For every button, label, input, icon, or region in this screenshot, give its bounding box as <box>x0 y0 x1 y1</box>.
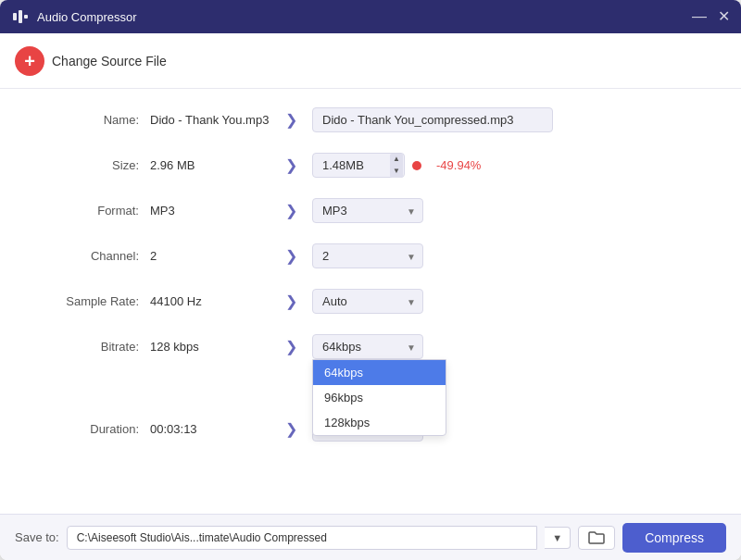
bitrate-arrow-icon: ❯ <box>285 338 297 355</box>
bitrate-option-128kbps[interactable]: 128kbps <box>313 410 446 435</box>
svg-rect-0 <box>13 13 17 20</box>
sample-rate-select[interactable]: Auto <box>312 289 423 314</box>
window-controls: — ✕ <box>692 9 730 24</box>
size-output-container: ▲ ▼ -49.94% <box>312 153 481 178</box>
bitrate-input[interactable] <box>312 334 423 359</box>
size-down-button[interactable]: ▼ <box>390 166 403 178</box>
bitrate-source-value: 128 kbps <box>150 340 270 354</box>
format-select[interactable]: MP3 <box>312 198 423 223</box>
main-content: Name: Dido - Thank You.mp3 ❯ Size: 2.96 … <box>0 89 741 514</box>
size-source-value: 2.96 MB <box>150 158 270 172</box>
channel-label: Channel: <box>37 249 139 263</box>
change-source-label: Change Source File <box>52 54 167 68</box>
name-arrow-icon: ❯ <box>285 111 297 129</box>
svg-rect-1 <box>19 10 22 23</box>
bitrate-label: Bitrate: <box>37 340 139 354</box>
name-label: Name: <box>37 113 139 127</box>
format-arrow-icon: ❯ <box>285 202 297 219</box>
size-up-button[interactable]: ▲ <box>390 154 403 166</box>
footer: Save to: ▼ Compress <box>0 514 741 560</box>
format-label: Format: <box>37 204 139 218</box>
size-input-wrap: ▲ ▼ <box>312 153 405 178</box>
format-source-value: MP3 <box>150 204 270 218</box>
bitrate-dropdown-container: ▼ 64kbps 96kbps 128kbps <box>312 334 423 359</box>
bitrate-option-96kbps[interactable]: 96kbps <box>313 385 446 410</box>
close-button[interactable]: ✕ <box>718 9 730 24</box>
size-spinner: ▲ ▼ <box>390 154 403 178</box>
bitrate-dropdown-menu: 64kbps 96kbps 128kbps <box>312 359 446 436</box>
size-label: Size: <box>37 158 139 172</box>
format-row: Format: MP3 ❯ MP3 ▼ <box>37 198 704 223</box>
bitrate-row: Bitrate: 128 kbps ❯ ▼ 64kbps 96kbps 128k… <box>37 334 704 359</box>
folder-browse-button[interactable] <box>578 526 615 550</box>
save-to-label: Save to: <box>15 530 59 544</box>
sample-rate-select-wrap: Auto ▼ <box>312 289 423 314</box>
main-window: Audio Compressor — ✕ + Change Source Fil… <box>0 0 741 560</box>
duration-arrow-icon: ❯ <box>285 420 297 438</box>
channel-source-value: 2 <box>150 249 270 263</box>
save-path-dropdown-button[interactable]: ▼ <box>545 527 571 549</box>
channel-row: Channel: 2 ❯ 2 ▼ <box>37 243 704 268</box>
bitrate-option-64kbps[interactable]: 64kbps <box>313 360 446 385</box>
channel-select-wrap: 2 ▼ <box>312 243 423 268</box>
plus-circle-icon: + <box>15 46 44 76</box>
size-row: Size: 2.96 MB ❯ ▲ ▼ -49.94% <box>37 153 704 178</box>
name-output-input[interactable] <box>312 107 553 132</box>
change-source-button[interactable]: + Change Source File <box>15 46 167 76</box>
folder-icon <box>588 531 605 544</box>
size-arrow-icon: ❯ <box>285 156 297 174</box>
minimize-button[interactable]: — <box>692 9 707 24</box>
sample-rate-row: Sample Rate: 44100 Hz ❯ Auto ▼ <box>37 289 704 314</box>
bitrate-select-wrap: ▼ <box>312 334 423 359</box>
format-select-wrap: MP3 ▼ <box>312 198 423 223</box>
app-icon <box>11 7 30 26</box>
sample-rate-source-value: 44100 Hz <box>150 294 270 308</box>
channel-arrow-icon: ❯ <box>285 247 297 265</box>
channel-select[interactable]: 2 <box>312 243 423 268</box>
svg-rect-2 <box>24 15 28 19</box>
name-source-value: Dido - Thank You.mp3 <box>150 113 270 127</box>
duration-source-value: 00:03:13 <box>150 422 270 436</box>
size-percent: -49.94% <box>436 158 481 172</box>
duration-label: Duration: <box>37 422 139 436</box>
name-row: Name: Dido - Thank You.mp3 ❯ <box>37 107 704 132</box>
sample-rate-label: Sample Rate: <box>37 294 139 308</box>
toolbar: + Change Source File <box>0 33 741 89</box>
size-indicator-dot <box>412 161 421 170</box>
titlebar: Audio Compressor — ✕ <box>0 0 741 33</box>
compress-button[interactable]: Compress <box>622 523 726 553</box>
save-path-input[interactable] <box>67 526 538 550</box>
sample-rate-arrow-icon: ❯ <box>285 292 297 310</box>
app-title: Audio Compressor <box>37 10 692 24</box>
